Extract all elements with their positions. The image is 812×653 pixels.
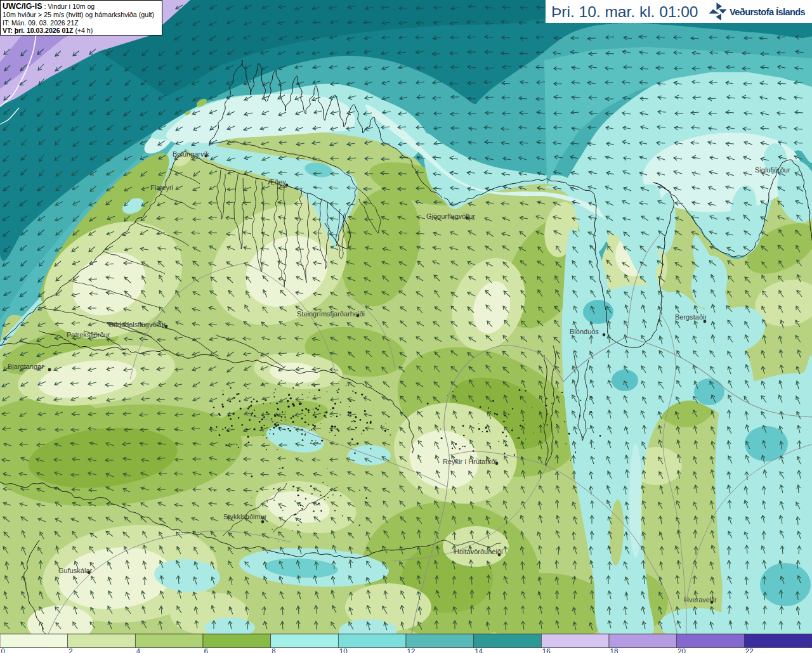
svg-text:Siglufjörður: Siglufjörður bbox=[755, 166, 790, 174]
svg-text:16: 16 bbox=[542, 647, 551, 653]
svg-text:18: 18 bbox=[610, 647, 619, 653]
svg-text:Bergstaðir: Bergstaðir bbox=[675, 313, 707, 321]
svg-text:Reykir í Hrútafirði: Reykir í Hrútafirði bbox=[443, 458, 497, 465]
svg-text:20: 20 bbox=[678, 647, 686, 653]
svg-text:6: 6 bbox=[204, 647, 208, 653]
svg-text:10m hviður > 25 m/s (hvítt) og: 10m hviður > 25 m/s (hvítt) og hámarkshv… bbox=[3, 11, 154, 18]
svg-text:22: 22 bbox=[745, 647, 754, 653]
svg-text:Gufuskálar: Gufuskálar bbox=[58, 567, 93, 574]
svg-text:12: 12 bbox=[407, 647, 416, 653]
svg-text:VT: þri. 10.03.2026 01Z (+4 h): VT: þri. 10.03.2026 01Z (+4 h) bbox=[3, 27, 93, 34]
svg-text:Holtavörðuheiði: Holtavörðuheiði bbox=[454, 548, 502, 555]
svg-text:10: 10 bbox=[339, 647, 348, 653]
svg-text:Bjargtangar: Bjargtangar bbox=[8, 363, 44, 370]
svg-text:UWC/IG-IS : Vindur í 10m og: UWC/IG-IS : Vindur í 10m og bbox=[3, 2, 95, 11]
svg-text:Þri. 10. mar. kl. 01:00: Þri. 10. mar. kl. 01:00 bbox=[551, 3, 698, 20]
svg-text:2: 2 bbox=[69, 647, 72, 653]
svg-text:Blönduós: Blönduós bbox=[570, 328, 599, 335]
svg-text:8: 8 bbox=[272, 647, 275, 653]
svg-text:Veðurstofa Íslands: Veðurstofa Íslands bbox=[730, 7, 806, 17]
svg-text:Bolungarvík: Bolungarvík bbox=[173, 150, 210, 158]
svg-text:Steingrímsfjarðarheiði: Steingrímsfjarðarheiði bbox=[297, 310, 365, 318]
svg-text:Stykkishólmur: Stykkishólmur bbox=[223, 513, 267, 520]
svg-text:IT: Mán. 09. 03. 2026 21Z: IT: Mán. 09. 03. 2026 21Z bbox=[3, 19, 79, 27]
svg-text:14: 14 bbox=[475, 647, 483, 653]
svg-text:Patreksfjörður: Patreksfjörður bbox=[67, 331, 110, 339]
svg-text:Æðey: Æðey bbox=[268, 178, 286, 186]
svg-text:Bíldudalsflugvöllur: Bíldudalsflugvöllur bbox=[109, 321, 166, 328]
svg-text:4: 4 bbox=[136, 647, 141, 653]
svg-text:Flateyri: Flateyri bbox=[150, 184, 173, 191]
svg-text:0: 0 bbox=[1, 647, 5, 653]
